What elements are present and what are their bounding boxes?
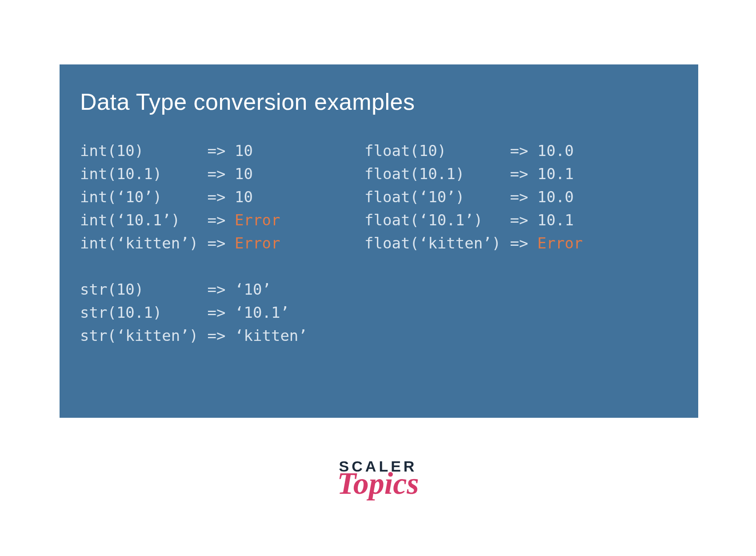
arrow: => (208, 185, 226, 208)
arrow: => (510, 139, 528, 162)
result: ‘kitten’ (235, 324, 308, 347)
pad (162, 185, 207, 208)
expression: str(10.1) (80, 301, 162, 324)
pad (446, 139, 510, 162)
space (528, 139, 537, 162)
space (528, 208, 537, 232)
expression: int(10) (80, 139, 144, 162)
code-row: str(‘kitten’) => ‘kitten’ (80, 324, 364, 347)
result: ‘10’ (235, 278, 271, 301)
expression: float(‘10.1’) (364, 208, 483, 232)
result: 10 (235, 185, 253, 208)
result: 10 (235, 162, 253, 185)
result: ‘10.1’ (235, 301, 289, 324)
code-row: float(10.1) => 10.1 (364, 162, 680, 185)
code-row: int(‘10.1’) => Error (80, 208, 364, 232)
space (226, 324, 235, 347)
space (226, 301, 235, 324)
expression: int(‘kitten’) (80, 232, 198, 255)
arrow: => (208, 162, 226, 185)
pad (180, 208, 207, 232)
expression: int(‘10.1’) (80, 208, 180, 232)
arrow: => (208, 278, 226, 301)
result-error: Error (235, 208, 280, 232)
code-row: str(10) => ‘10’ (80, 278, 364, 301)
scaler-topics-logo: SCALER Topics (337, 459, 419, 496)
code-row: int(‘10’) => 10 (80, 185, 364, 208)
slide-title: Data Type conversion examples (80, 88, 680, 115)
result-error: Error (235, 232, 280, 255)
space (226, 278, 235, 301)
code-row: float(‘10.1’) => 10.1 (364, 208, 680, 232)
code-row: str(10.1) => ‘10.1’ (80, 301, 364, 324)
result: 10.1 (537, 208, 574, 232)
expression: float(10.1) (364, 162, 464, 185)
code-row: float(10) => 10.0 (364, 139, 680, 162)
space (528, 232, 537, 255)
arrow: => (208, 301, 226, 324)
space (226, 208, 235, 232)
pad (198, 232, 207, 255)
arrow: => (510, 185, 528, 208)
page: Data Type conversion examples int(10) =>… (0, 0, 756, 556)
code-row: int(‘kitten’) => Error (80, 232, 364, 255)
column-left: int(10) => 10 int(10.1) => 10 int(‘10’) … (80, 139, 364, 347)
pad (464, 185, 510, 208)
expression: float(‘10’) (364, 185, 464, 208)
expression: int(‘10’) (80, 185, 162, 208)
pad (162, 301, 207, 324)
result: 10 (235, 139, 253, 162)
pad (144, 278, 207, 301)
code-area: int(10) => 10 int(10.1) => 10 int(‘10’) … (80, 139, 680, 347)
pad (501, 232, 510, 255)
space (528, 185, 537, 208)
expression: int(10.1) (80, 162, 162, 185)
result: 10.1 (537, 162, 574, 185)
expression: str(‘kitten’) (80, 324, 198, 347)
space (226, 185, 235, 208)
code-row: float(‘kitten’) => Error (364, 232, 680, 255)
expression: str(10) (80, 278, 144, 301)
slide-panel: Data Type conversion examples int(10) =>… (60, 64, 698, 418)
space (226, 139, 235, 162)
pad (144, 139, 207, 162)
space (226, 162, 235, 185)
expression: float(‘kitten’) (364, 232, 501, 255)
result-error: Error (537, 232, 583, 255)
arrow: => (208, 208, 226, 232)
arrow: => (510, 162, 528, 185)
arrow: => (208, 139, 226, 162)
blank-line (80, 255, 364, 278)
arrow: => (208, 324, 226, 347)
pad (162, 162, 207, 185)
logo-line2: Topics (337, 471, 419, 496)
arrow: => (510, 208, 528, 232)
pad (198, 324, 207, 347)
code-row: int(10) => 10 (80, 139, 364, 162)
code-row: float(‘10’) => 10.0 (364, 185, 680, 208)
expression: float(10) (364, 139, 446, 162)
result: 10.0 (537, 185, 574, 208)
space (226, 232, 235, 255)
column-right: float(10) => 10.0 float(10.1) => 10.1 fl… (364, 139, 680, 347)
space (528, 162, 537, 185)
result: 10.0 (537, 139, 574, 162)
code-row: int(10.1) => 10 (80, 162, 364, 185)
arrow: => (208, 232, 226, 255)
pad (483, 208, 510, 232)
arrow: => (510, 232, 528, 255)
pad (464, 162, 510, 185)
